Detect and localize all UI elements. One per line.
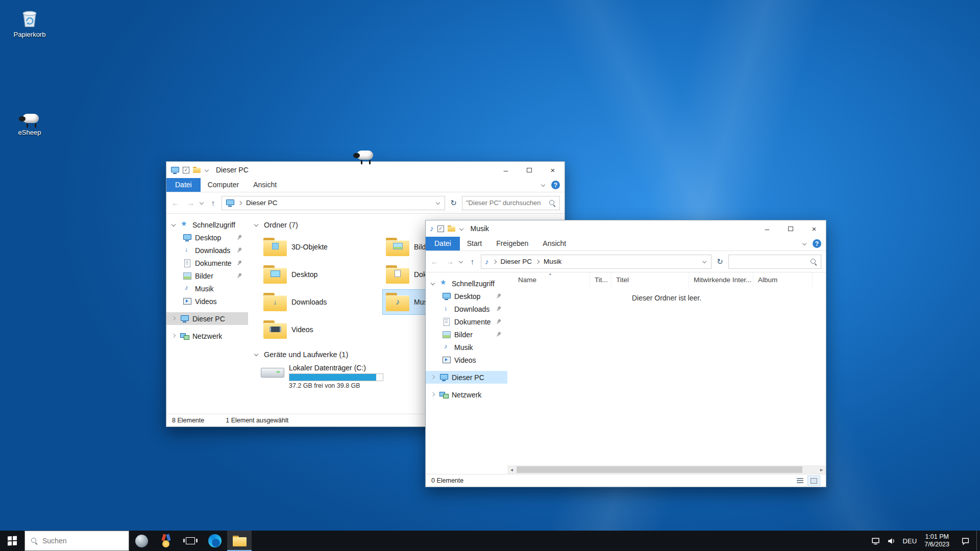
tab-ansicht[interactable]: Ansicht: [535, 237, 573, 251]
sidebar-item-quick-access[interactable]: Schnellzugriff: [166, 218, 248, 231]
breadcrumb-chevron-icon[interactable]: [238, 201, 242, 205]
sidebar-item-dokumente[interactable]: Dokumente: [166, 257, 248, 269]
scroll-right-icon[interactable]: ▸: [817, 465, 826, 474]
back-button[interactable]: ←: [428, 255, 442, 268]
sidebar-item-desktop[interactable]: Desktop: [426, 290, 507, 303]
qat-dropdown-icon[interactable]: [204, 167, 210, 173]
action-center-icon[interactable]: [954, 531, 976, 551]
desktop-icon-recycle-bin[interactable]: Papierkorb: [6, 4, 53, 38]
task-view-button[interactable]: [178, 531, 203, 551]
close-button[interactable]: ×: [802, 220, 826, 237]
address-bar[interactable]: Dieser PC: [222, 196, 445, 210]
taskbar-app-edge[interactable]: [203, 531, 227, 551]
forward-button[interactable]: →: [443, 255, 457, 268]
clock[interactable]: 1:01 PM 7/6/2023: [920, 533, 954, 548]
breadcrumb-chevron-icon[interactable]: [493, 259, 497, 264]
address-dropdown-icon[interactable]: [435, 200, 441, 206]
column-header-name[interactable]: ▲ Name: [513, 272, 590, 287]
breadcrumb-musik[interactable]: Musik: [544, 258, 561, 265]
large-icons-view-button[interactable]: [807, 475, 820, 486]
expand-chevron-icon[interactable]: [430, 281, 436, 287]
close-button[interactable]: ×: [541, 162, 565, 178]
breadcrumb-this-pc[interactable]: Dieser PC: [246, 199, 278, 207]
back-button[interactable]: ←: [168, 196, 182, 210]
sidebar-item-downloads[interactable]: Downloads: [166, 244, 248, 257]
search-input[interactable]: [466, 199, 546, 207]
tab-start[interactable]: Start: [460, 237, 489, 251]
expand-chevron-icon[interactable]: [430, 392, 436, 398]
search-box[interactable]: [728, 255, 821, 269]
taskbar-search[interactable]: [24, 531, 129, 551]
qat-dropdown-icon[interactable]: [459, 226, 464, 232]
sidebar-item-bilder[interactable]: Bilder: [166, 269, 248, 282]
expand-chevron-icon[interactable]: [170, 316, 177, 322]
horizontal-scrollbar[interactable]: ◂ ▸: [507, 465, 826, 474]
up-button[interactable]: ↑: [465, 255, 479, 268]
minimize-button[interactable]: –: [755, 220, 779, 237]
column-header-titelnummer[interactable]: Tit...: [590, 272, 611, 287]
folder-tile-videos[interactable]: Videos: [260, 317, 379, 342]
taskbar-search-input[interactable]: [42, 537, 123, 545]
collapse-chevron-icon[interactable]: [253, 222, 259, 228]
refresh-button[interactable]: ↻: [447, 196, 460, 210]
sidebar-item-netzwerk[interactable]: Netzwerk: [426, 388, 507, 401]
address-dropdown-icon[interactable]: [702, 259, 707, 264]
sidebar-item-bilder[interactable]: Bilder: [426, 328, 507, 341]
qat-new-folder-icon[interactable]: [193, 167, 201, 173]
sidebar-item-this-pc[interactable]: Dieser PC: [426, 371, 507, 384]
language-indicator[interactable]: DEU: [899, 537, 920, 545]
tab-computer[interactable]: Computer: [201, 178, 246, 192]
esheep-sprite[interactable]: [352, 149, 376, 164]
up-button[interactable]: ↑: [206, 196, 220, 210]
sidebar-item-desktop[interactable]: Desktop: [166, 231, 248, 244]
taskbar-app-sphere[interactable]: [129, 531, 154, 551]
sidebar-item-musik[interactable]: Musik: [426, 341, 507, 354]
titlebar[interactable]: ♪ ✓ Musik – ×: [426, 220, 826, 237]
recent-locations-icon[interactable]: [458, 259, 464, 264]
folder-tile-downloads[interactable]: Downloads: [260, 290, 379, 314]
expand-chevron-icon[interactable]: [170, 333, 177, 339]
sidebar-item-quick-access[interactable]: Schnellzugriff: [426, 277, 507, 290]
search-input[interactable]: [732, 258, 807, 265]
help-icon[interactable]: ?: [551, 181, 560, 189]
taskbar-app-file-explorer[interactable]: [227, 531, 252, 551]
help-icon[interactable]: ?: [813, 239, 821, 248]
sidebar-item-this-pc[interactable]: Dieser PC: [166, 312, 248, 325]
sidebar-item-netzwerk[interactable]: Netzwerk: [166, 330, 248, 342]
forward-button[interactable]: →: [184, 196, 198, 210]
sidebar-item-videos[interactable]: Videos: [426, 354, 507, 366]
address-bar[interactable]: ♪ Dieser PC Musik: [481, 255, 712, 269]
folder-tile-3d-objekte[interactable]: 3D-Objekte: [260, 235, 379, 259]
collapse-chevron-icon[interactable]: [253, 352, 259, 358]
tab-datei[interactable]: Datei: [166, 178, 201, 192]
tab-datei[interactable]: Datei: [426, 237, 460, 251]
scroll-left-icon[interactable]: ◂: [507, 465, 516, 474]
show-desktop-button[interactable]: [976, 531, 980, 551]
sidebar-item-musik[interactable]: Musik: [166, 282, 248, 295]
expand-chevron-icon[interactable]: [430, 374, 436, 381]
sidebar-item-videos[interactable]: Videos: [166, 295, 248, 308]
sidebar-item-dokumente[interactable]: Dokumente: [426, 315, 507, 328]
breadcrumb-this-pc[interactable]: Dieser PC: [501, 258, 532, 265]
expand-chevron-icon[interactable]: [170, 222, 177, 228]
maximize-button[interactable]: [779, 220, 802, 237]
breadcrumb-chevron-icon[interactable]: [535, 259, 540, 264]
column-header-mitwirkende[interactable]: Mitwirkende Inter...: [689, 272, 753, 287]
qat-properties-icon[interactable]: ✓: [183, 167, 189, 173]
desktop-icon-esheep[interactable]: eSheep: [6, 102, 53, 136]
qat-properties-icon[interactable]: ✓: [437, 226, 444, 232]
file-list-area[interactable]: Dieser Ordner ist leer.: [507, 287, 826, 465]
maximize-button[interactable]: [518, 162, 541, 178]
network-icon[interactable]: [868, 531, 884, 551]
folder-tile-desktop[interactable]: Desktop: [260, 262, 379, 287]
tab-freigeben[interactable]: Freigeben: [489, 237, 535, 251]
minimize-button[interactable]: –: [494, 162, 518, 178]
column-header-titel[interactable]: Titel: [611, 272, 689, 287]
tab-ansicht[interactable]: Ansicht: [246, 178, 284, 192]
search-box[interactable]: [462, 196, 560, 210]
start-button[interactable]: [0, 531, 24, 551]
qat-new-folder-icon[interactable]: [448, 226, 455, 232]
recent-locations-icon[interactable]: [199, 200, 205, 206]
column-header-album[interactable]: Album: [753, 272, 813, 287]
details-view-button[interactable]: [794, 475, 806, 486]
